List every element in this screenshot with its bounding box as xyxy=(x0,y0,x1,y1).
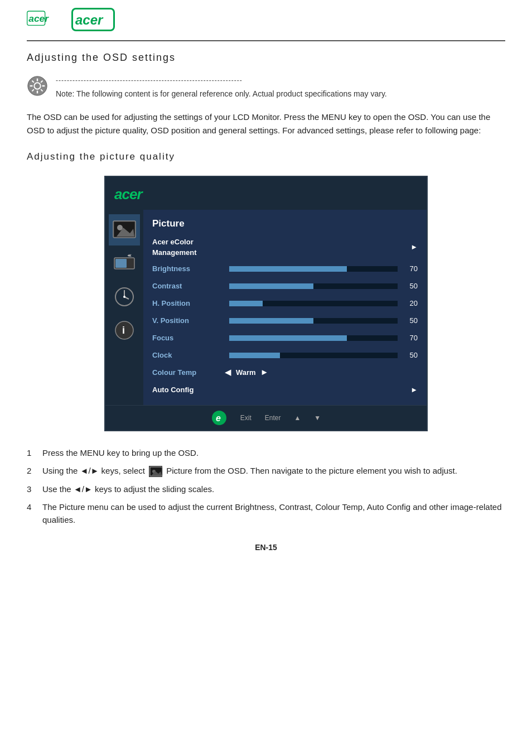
osd-arrow-ecolor: ► xyxy=(410,242,418,253)
osd-label-brightness: Brightness xyxy=(152,263,225,275)
osd-slider-hposition xyxy=(229,301,398,306)
osd-value-vposition: 50 xyxy=(402,315,418,326)
osd-sidebar-picture xyxy=(109,214,140,245)
note-text: Note: The following content is for gener… xyxy=(56,89,387,98)
osd-row-hposition: H. Position 20 xyxy=(152,297,418,310)
osd-value-contrast: 50 xyxy=(402,281,418,292)
osd-arrow-left-colourtemp: ◀ xyxy=(225,366,231,379)
osd-row-colourtemp: Colour Temp ◀ Warm ► xyxy=(152,366,418,379)
subsection-title-picture: Adjusting the picture quality xyxy=(27,150,505,164)
osd-label-hposition: H. Position xyxy=(152,298,225,309)
list-content-3: Use the ◄/► keys to adjust the sliding s… xyxy=(42,483,505,496)
svg-text:i: i xyxy=(122,325,125,336)
page-header: acer acer xyxy=(27,0,505,38)
instructions-list: 1 Press the MENU key to bring up the OSD… xyxy=(27,447,505,527)
osd-slider-vposition xyxy=(229,318,398,324)
osd-label-clock: Clock xyxy=(152,350,225,361)
osd-category-title: Picture xyxy=(152,214,418,231)
osd-sidebar-position xyxy=(109,281,140,312)
acer-logo-header: acer xyxy=(27,8,71,32)
osd-value-clock: 50 xyxy=(402,350,418,361)
osd-footer-down-label: ▼ xyxy=(314,413,321,423)
osd-row-contrast: Contrast 50 xyxy=(152,280,418,293)
info-icon: i xyxy=(112,318,137,343)
instruction-item-4: 4 The Picture menu can be used to adjust… xyxy=(27,501,505,526)
osd-sidebar: i xyxy=(105,210,143,405)
brightness-icon xyxy=(112,251,137,276)
osd-sidebar-info: i xyxy=(109,315,140,346)
osd-acer-logo: acer xyxy=(114,186,142,203)
osd-menu: acer xyxy=(104,176,428,431)
section-title-osd: Adjusting the OSD settings xyxy=(27,50,505,65)
svg-rect-22 xyxy=(115,259,127,268)
osd-slider-focus xyxy=(229,335,398,341)
osd-fill-clock xyxy=(229,353,280,358)
osd-row-clock: Clock 50 xyxy=(152,349,418,362)
osd-footer: e Exit Enter ▲ ▼ xyxy=(105,405,427,430)
acer-logo-icon: acer xyxy=(71,8,116,32)
list-num-4: 4 xyxy=(27,501,42,514)
list-num-2: 2 xyxy=(27,465,42,478)
svg-text:acer: acer xyxy=(75,12,104,27)
osd-colourtemp-value: Warm xyxy=(236,367,256,378)
osd-fill-focus xyxy=(229,335,347,341)
list-content-4: The Picture menu can be used to adjust t… xyxy=(42,501,505,526)
page-number: EN-15 xyxy=(27,542,505,553)
osd-footer-enter-label: Enter xyxy=(265,413,281,423)
osd-row-ecolor: Acer eColor Management ► xyxy=(152,237,418,258)
body-text: The OSD can be used for adjusting the se… xyxy=(27,110,505,137)
osd-fill-hposition xyxy=(229,301,263,306)
osd-main-panel: Picture Acer eColor Management ► Brightn… xyxy=(143,210,427,405)
instruction-item-3: 3 Use the ◄/► keys to adjust the sliding… xyxy=(27,483,505,496)
list-num-1: 1 xyxy=(27,447,42,460)
osd-fill-vposition xyxy=(229,318,313,324)
osd-label-vposition: V. Position xyxy=(152,315,225,326)
osd-slider-contrast xyxy=(229,283,398,289)
note-icon xyxy=(27,75,48,97)
osd-value-focus: 70 xyxy=(402,333,418,344)
picture-icon-inline xyxy=(149,466,162,477)
picture-icon xyxy=(112,218,137,242)
osd-fill-brightness xyxy=(229,266,347,272)
note-box: ----------------------------------------… xyxy=(27,75,505,100)
header-divider xyxy=(27,40,505,41)
osd-label-ecolor: Acer eColor Management xyxy=(152,237,225,258)
osd-footer-e-icon: e xyxy=(211,410,227,426)
osd-value-brightness: 70 xyxy=(402,263,418,275)
instruction-item-1: 1 Press the MENU key to bring up the OSD… xyxy=(27,447,505,460)
list-content-2: Using the ◄/► keys, select Picture from … xyxy=(42,465,505,478)
osd-slider-brightness xyxy=(229,266,398,272)
osd-row-autoconfig: Auto Config ► xyxy=(152,383,418,397)
osd-label-focus: Focus xyxy=(152,333,225,344)
osd-row-vposition: V. Position 50 xyxy=(152,314,418,328)
osd-colourtemp-selector: ◀ Warm ► xyxy=(225,366,269,379)
osd-arrow-autoconfig: ► xyxy=(410,384,418,396)
osd-fill-contrast xyxy=(229,283,313,289)
clock-icon xyxy=(112,285,137,309)
svg-text:e: e xyxy=(216,413,221,423)
list-num-3: 3 xyxy=(27,483,42,496)
osd-label-contrast: Contrast xyxy=(152,281,225,292)
list-content-1: Press the MENU key to bring up the OSD. xyxy=(42,447,505,460)
osd-header: acer xyxy=(105,177,427,210)
svg-point-29 xyxy=(123,296,125,298)
instruction-item-2: 2 Using the ◄/► keys, select Picture fro… xyxy=(27,465,505,478)
osd-footer-exit-label: Exit xyxy=(240,413,252,423)
svg-text:acer: acer xyxy=(28,13,49,24)
osd-slider-clock xyxy=(229,353,398,358)
osd-body: i Picture Acer eColor Management ► Brigh… xyxy=(105,210,427,405)
note-content: ----------------------------------------… xyxy=(56,75,505,100)
osd-row-focus: Focus 70 xyxy=(152,331,418,345)
osd-footer-up-label: ▲ xyxy=(294,413,301,423)
osd-sidebar-brightness xyxy=(109,248,140,279)
osd-arrow-right-colourtemp: ► xyxy=(260,366,269,379)
osd-row-brightness: Brightness 70 xyxy=(152,262,418,276)
osd-label-autoconfig: Auto Config xyxy=(152,384,225,396)
osd-value-hposition: 20 xyxy=(402,298,418,309)
osd-label-colourtemp: Colour Temp xyxy=(152,367,225,378)
note-dashes: ----------------------------------------… xyxy=(56,75,505,85)
